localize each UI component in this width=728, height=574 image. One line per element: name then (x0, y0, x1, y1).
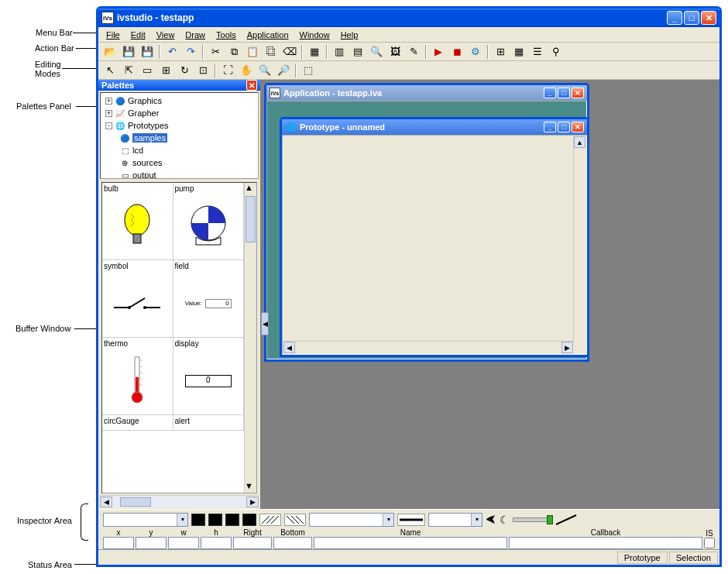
menu-draw[interactable]: Draw (180, 29, 210, 41)
zoom-in-icon[interactable]: 🔎 (275, 63, 292, 78)
menu-file[interactable]: File (101, 29, 125, 41)
color-swatch-2[interactable] (208, 514, 222, 526)
zoom-out-icon[interactable]: 🔍 (256, 63, 273, 78)
scroll-up-icon[interactable]: ▲ (574, 136, 585, 148)
mdi-minimize-button[interactable]: _ (544, 88, 556, 98)
scroll-thumb[interactable] (120, 497, 151, 507)
palette-item-symbol[interactable]: symbol (102, 260, 173, 338)
mdi-maximize-button[interactable]: □ (558, 122, 570, 132)
scroll-left-icon[interactable]: ◀ (283, 342, 295, 353)
menu-edit[interactable]: Edit (126, 29, 150, 41)
checkbox-is[interactable] (704, 538, 715, 548)
pan-icon[interactable]: ✋ (238, 63, 255, 78)
mdi-proto-title-bar[interactable]: 🌐 Prototype - unnamed _ □ ✕ (282, 119, 587, 135)
thickness-slider[interactable] (513, 517, 551, 522)
scroll-track[interactable] (112, 497, 246, 507)
menu-help[interactable]: Help (336, 29, 363, 41)
duplicate-icon[interactable]: ⿻ (263, 44, 280, 60)
tree-item-samples[interactable]: 🔵 samples (102, 132, 256, 144)
style-combo[interactable]: ▾ (103, 513, 188, 527)
mdi-maximize-button[interactable]: □ (558, 88, 570, 98)
marquee-icon[interactable]: ⬚ (300, 63, 317, 78)
paste-icon[interactable]: 📋 (244, 44, 261, 60)
menu-application[interactable]: Application (242, 29, 294, 41)
status-prototype[interactable]: Prototype (617, 552, 668, 564)
palette-item-thermo[interactable]: thermo (102, 338, 173, 415)
tree-item-sources[interactable]: ⊕ sources (102, 156, 256, 169)
chevron-down-icon[interactable]: ▾ (177, 514, 187, 526)
menu-window[interactable]: Window (295, 29, 335, 41)
close-button[interactable]: ✕ (701, 11, 716, 25)
color-swatch-3[interactable] (225, 514, 239, 526)
tree-item-graphics[interactable]: + 🔵 Graphics (102, 95, 256, 107)
collapse-icon[interactable]: - (105, 122, 112, 129)
input-y[interactable] (136, 537, 167, 549)
tree-item-prototypes[interactable]: - 🌐 Prototypes (102, 119, 256, 132)
align-center-icon[interactable]: ▤ (349, 44, 366, 60)
collapse-tab-icon[interactable]: ◀ (261, 312, 269, 335)
hatch-2[interactable] (284, 514, 306, 526)
panel-icon[interactable]: ▦ (306, 44, 323, 60)
palettes-close-icon[interactable]: ✕ (246, 80, 257, 91)
color-swatch-1[interactable] (191, 514, 205, 526)
rotate-mode-icon[interactable]: ↻ (176, 63, 193, 78)
input-h[interactable] (201, 537, 232, 549)
arrow-start-icon[interactable]: ⮜ (486, 514, 496, 526)
image-icon[interactable]: 🖼 (386, 44, 403, 60)
chevron-down-icon[interactable]: ▾ (383, 514, 393, 526)
expand-icon[interactable]: + (105, 98, 112, 105)
input-right[interactable] (233, 537, 272, 549)
scroll-right-icon[interactable]: ▶ (246, 497, 259, 507)
palette-hscroll[interactable]: ◀ ▶ (100, 495, 259, 507)
props-icon[interactable]: ☰ (529, 44, 546, 60)
link-icon[interactable]: ⚲ (548, 44, 565, 60)
input-x[interactable] (103, 537, 134, 549)
expand-icon[interactable]: + (105, 110, 112, 117)
layout-mode-icon[interactable]: ⊞ (157, 63, 174, 78)
text-mode-icon[interactable]: ▭ (139, 63, 156, 78)
scroll-down-icon[interactable]: ▼ (245, 481, 256, 493)
arrow-end-icon[interactable]: ☾ (500, 514, 510, 526)
mdi-close-button[interactable]: ✕ (572, 88, 584, 98)
cut-icon[interactable]: ✂ (207, 44, 224, 60)
delete-icon[interactable]: ⌫ (281, 44, 298, 60)
scroll-thumb[interactable] (246, 196, 256, 242)
dash-combo[interactable]: ▾ (428, 513, 482, 527)
zoom-fit-icon[interactable]: ⛶ (219, 63, 236, 78)
menu-view[interactable]: View (152, 29, 180, 41)
open-icon[interactable]: 📂 (101, 44, 118, 60)
minimize-button[interactable]: _ (667, 11, 682, 25)
grid-icon[interactable]: ▦ (510, 44, 527, 60)
font-combo[interactable]: ▾ (309, 513, 394, 527)
align-left-icon[interactable]: ▥ (331, 44, 348, 60)
save-all-icon[interactable]: 💾 (139, 44, 156, 60)
undo-icon[interactable]: ↶ (163, 44, 180, 60)
proto-vscroll[interactable]: ▲ (573, 136, 585, 341)
palette-item-display[interactable]: display 0 (173, 338, 245, 415)
save-icon[interactable]: 💾 (120, 44, 137, 60)
palette-item-field[interactable]: field Value: 0 (173, 260, 245, 338)
palette-item-bulb[interactable]: bulb (102, 183, 173, 260)
color-swatch-4[interactable] (242, 514, 256, 526)
menu-tools[interactable]: Tools (211, 29, 241, 41)
tree-item-grapher[interactable]: + 📈 Grapher (102, 107, 256, 119)
scroll-up-icon[interactable]: ▲ (245, 183, 256, 194)
status-selection[interactable]: Selection (669, 552, 718, 564)
line-weight[interactable] (397, 514, 425, 526)
palette-vscroll[interactable]: ▲ ▼ (244, 183, 256, 493)
scroll-right-icon[interactable]: ▶ (561, 342, 573, 353)
slider-thumb[interactable] (547, 515, 553, 524)
palette-item-alert[interactable]: alert (173, 415, 245, 431)
test-icon[interactable]: ▶ (430, 44, 447, 60)
title-bar[interactable]: iVs ivstudio - testapp _ □ ✕ (98, 9, 719, 27)
palettes-title-bar[interactable]: Palettes ✕ (98, 80, 260, 91)
copy-icon[interactable]: ⧉ (225, 44, 242, 60)
input-callback[interactable] (509, 537, 702, 549)
workspace[interactable]: iVs Application - testapp.iva _ □ ✕ 🌐 Pr… (261, 80, 719, 509)
palette-item-pump[interactable]: pump (173, 183, 245, 260)
tree-item-lcd[interactable]: ⬚ lcd (102, 144, 256, 156)
connect-mode-icon[interactable]: ⊡ (194, 63, 211, 78)
node-mode-icon[interactable]: ⇱ (120, 63, 137, 78)
find-icon[interactable]: 🔍 (368, 44, 385, 60)
mdi-proto-body[interactable]: ▲ ◀ ▶ (282, 135, 587, 355)
